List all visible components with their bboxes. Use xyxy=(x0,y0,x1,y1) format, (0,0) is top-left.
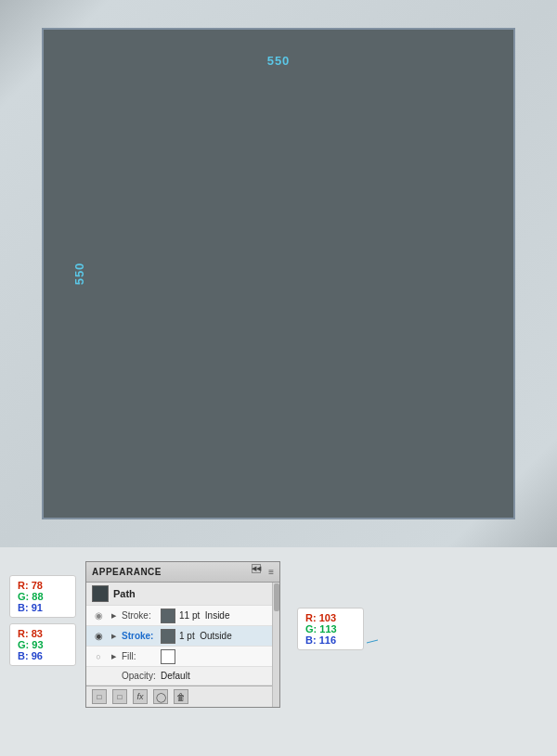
eye-icon-2[interactable]: ◉ xyxy=(92,630,105,643)
reduce-to-basic-button[interactable]: fx xyxy=(133,689,148,704)
clear-appearance-button[interactable]: □ xyxy=(112,689,127,704)
delete-button[interactable]: 🗑 xyxy=(174,689,188,704)
panel-title: APPEARANCE xyxy=(92,567,162,577)
swatch2-g: G: 93 xyxy=(18,639,68,650)
eye-icon-3[interactable]: ○ xyxy=(92,650,105,663)
stroke-label-1: Stroke: xyxy=(122,610,157,621)
new-art-style-button[interactable]: □ xyxy=(92,689,107,704)
opacity-row: Opacity: Default xyxy=(86,667,279,686)
swatch1-b: B: 91 xyxy=(18,602,68,613)
eye-icon-1[interactable]: ◉ xyxy=(92,609,105,622)
swatch-right-r: R: 103 xyxy=(305,612,356,623)
stroke-value-2: 1 pt Outside xyxy=(179,631,232,641)
bottom-panel: R: 78 G: 88 B: 91 R: 83 G: 93 B: 96 ◀◀ A… xyxy=(0,547,557,756)
fill-label: Fill: xyxy=(122,651,157,661)
collapse-btn[interactable]: ◀◀ xyxy=(252,564,261,573)
swatch2-r: R: 83 xyxy=(18,628,68,639)
stroke-value-1: 11 pt Inside xyxy=(179,610,229,621)
panel-scrollbar[interactable] xyxy=(272,583,279,707)
swatch2-b: B: 96 xyxy=(18,650,68,661)
scrollbar-thumb[interactable] xyxy=(274,583,279,611)
color-swatch-right: R: 103 G: 113 B: 116 xyxy=(297,608,364,650)
canvas-area: 550 550 xyxy=(0,0,557,547)
opacity-label: Opacity: xyxy=(122,671,157,681)
path-thumbnail xyxy=(92,585,109,602)
color-swatches-right: R: 103 G: 113 B: 116 xyxy=(297,608,364,650)
path-row: Path xyxy=(86,583,279,606)
swatch1-r: R: 78 xyxy=(18,580,68,591)
color-swatch-1: R: 78 G: 88 B: 91 xyxy=(9,575,76,618)
panel-collapse-buttons[interactable]: ◀◀ xyxy=(252,564,261,573)
panel-toolbar: □ □ fx ◯ 🗑 xyxy=(86,686,279,707)
color-swatch-2: R: 83 G: 93 B: 96 xyxy=(9,623,76,666)
arrow-icon-2[interactable]: ▶ xyxy=(109,632,118,641)
fill-swatch[interactable] xyxy=(161,649,175,664)
appearance-panel: ◀◀ APPEARANCE ≡ Path ◉ ▶ Stroke: 11 pt I… xyxy=(85,561,280,708)
swatch1-g: G: 88 xyxy=(18,591,68,602)
add-effect-button[interactable]: ◯ xyxy=(153,689,168,704)
swatch-right-g: G: 113 xyxy=(305,623,356,634)
color-swatches-left: R: 78 G: 88 B: 91 R: 83 G: 93 B: 96 xyxy=(9,575,76,666)
stroke-row-1: ◉ ▶ Stroke: 11 pt Inside xyxy=(86,606,279,626)
canvas-inner: 550 550 xyxy=(42,28,515,519)
path-label: Path xyxy=(113,588,136,599)
ruler-top-label: 550 xyxy=(267,54,291,68)
stroke-swatch-2[interactable] xyxy=(161,629,175,644)
fill-row: ○ ▶ Fill: xyxy=(86,647,279,667)
arrow-icon-3[interactable]: ▶ xyxy=(109,652,118,661)
ruler-left-label: 550 xyxy=(72,263,86,286)
opacity-value: Default xyxy=(161,671,190,681)
arrow-icon-1[interactable]: ▶ xyxy=(109,611,118,621)
panel-menu-area: ≡ xyxy=(268,567,274,577)
stroke-label-2: Stroke: xyxy=(122,631,157,641)
swatch-right-b: B: 116 xyxy=(305,634,356,646)
panel-menu-icon[interactable]: ≡ xyxy=(268,567,274,577)
svg-line-2 xyxy=(367,640,378,643)
stroke-swatch-1[interactable] xyxy=(161,609,175,623)
stroke-row-2: ◉ ▶ Stroke: 1 pt Outside xyxy=(86,626,279,647)
panel-header: APPEARANCE ≡ xyxy=(86,562,279,583)
